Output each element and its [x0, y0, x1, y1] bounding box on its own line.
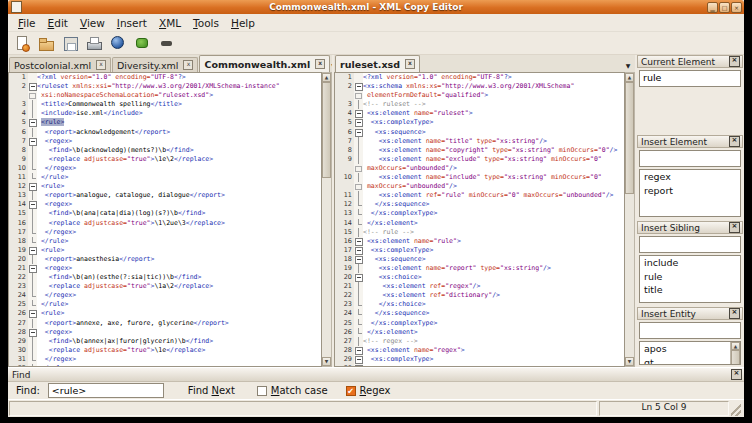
scroll-thumb[interactable]	[322, 82, 331, 178]
code-text: <report>annexe, axe, furore, glycerine</…	[37, 319, 321, 328]
match-case-group: Match case	[257, 385, 328, 396]
list-item-rule[interactable]: rule	[640, 270, 740, 284]
list-scrollbar[interactable]: ▲▼	[730, 342, 740, 364]
scroll-down-icon[interactable]: ▼	[322, 357, 331, 366]
tab-close-icon[interactable]: x	[96, 60, 106, 70]
code-line: 5 <xs:complexType>	[335, 118, 624, 127]
left-vertical-scrollbar[interactable]: ▲ ▼	[322, 72, 332, 367]
line-number: 6	[9, 128, 28, 137]
menu-xml[interactable]: XML	[153, 16, 187, 30]
list-item-title[interactable]: title	[640, 283, 740, 297]
scroll-thumb[interactable]	[731, 350, 740, 365]
menu-insert[interactable]: Insert	[111, 16, 153, 30]
resize-grip[interactable]	[731, 401, 741, 416]
line-number: 26	[9, 309, 28, 318]
web-browser-icon[interactable]	[110, 35, 127, 52]
left-code-area[interactable]: 1<?xml version="1.0" encoding="UTF-8"?>2…	[8, 72, 322, 367]
fold-toggle-icon[interactable]	[354, 118, 363, 127]
list-item-gt[interactable]: gt	[640, 356, 730, 365]
new-document-icon[interactable]	[14, 35, 31, 52]
spelling-icon[interactable]	[158, 35, 175, 52]
find-close-icon[interactable]: ×	[731, 369, 742, 380]
fold-toggle-icon[interactable]	[354, 355, 363, 364]
fold-toggle-icon[interactable]	[354, 346, 363, 355]
menu-tools[interactable]: Tools	[187, 16, 225, 30]
fold-toggle-icon[interactable]	[28, 246, 37, 255]
fold-toggle-icon[interactable]	[28, 309, 37, 318]
validate-icon[interactable]	[134, 35, 151, 52]
tab-close-icon[interactable]: x	[405, 59, 415, 69]
fold-margin	[354, 300, 363, 309]
scroll-track[interactable]	[322, 178, 331, 357]
current-element-field[interactable]: rule	[639, 70, 741, 87]
tab-postcolonial.xml[interactable]: Postcolonial.xmlx	[9, 57, 111, 72]
fold-toggle-icon[interactable]	[354, 109, 363, 118]
right-vertical-scrollbar[interactable]: ▲ ▼	[625, 72, 635, 367]
fold-toggle-icon[interactable]	[354, 273, 363, 282]
insert-entity-field[interactable]	[639, 322, 741, 339]
fold-toggle-icon[interactable]	[28, 264, 37, 273]
code-line: 23 <replace adjustcase="true">\1a\2</rep…	[9, 282, 321, 291]
scroll-up-icon[interactable]: ▲	[731, 342, 740, 350]
fold-toggle-icon[interactable]	[354, 82, 363, 91]
titlebar[interactable]: Commonwealth.xml - XML Copy Editor ▁ □ ×	[8, 0, 744, 14]
print-icon[interactable]	[86, 35, 103, 52]
fold-toggle-icon[interactable]	[28, 328, 37, 337]
fold-toggle-icon[interactable]	[354, 255, 363, 264]
fold-toggle-icon[interactable]	[28, 118, 37, 127]
code-text: <xs:sequence>	[363, 128, 624, 137]
tab-ruleset.xsd[interactable]: ruleset.xsdx	[335, 55, 420, 72]
scroll-up-icon[interactable]: ▲	[322, 73, 331, 82]
line-number: 13	[335, 209, 354, 218]
line-number: 22	[335, 291, 354, 300]
save-icon[interactable]	[62, 35, 79, 52]
list-item-include[interactable]: include	[640, 256, 740, 270]
menu-view[interactable]: View	[74, 16, 111, 30]
match-case-checkbox[interactable]	[257, 386, 267, 396]
tab-commonwealth.xml[interactable]: Commonwealth.xmlx	[199, 55, 330, 72]
list-item-report[interactable]: report	[640, 184, 740, 198]
scroll-track[interactable]	[625, 194, 634, 357]
menu-help[interactable]: Help	[225, 16, 261, 30]
code-line: 1<?xml version="1.0" encoding="UTF-8"?>	[335, 73, 624, 82]
scroll-thumb[interactable]	[625, 82, 634, 194]
find-label: Find:	[16, 385, 40, 396]
list-item-apos[interactable]: apos	[640, 342, 730, 356]
scroll-up-icon[interactable]: ▲	[625, 73, 634, 82]
code-text: </regex>	[37, 228, 321, 237]
minimize-button[interactable]: ▁	[707, 2, 718, 13]
panel-close-icon[interactable]: ×	[729, 136, 740, 147]
list-item-regex[interactable]: regex	[640, 170, 740, 184]
fold-toggle-icon[interactable]	[28, 182, 37, 191]
panel-close-icon[interactable]: ×	[729, 222, 740, 233]
tab-list-dropdown-icon[interactable]: ▼	[621, 62, 635, 72]
fold-toggle-icon[interactable]	[28, 137, 37, 146]
fold-toggle-icon[interactable]	[354, 237, 363, 246]
panel-close-icon[interactable]: ×	[729, 56, 740, 67]
find-input[interactable]	[48, 383, 164, 398]
fold-margin	[28, 273, 37, 282]
tab-diversity.xml[interactable]: Diversity.xmlx	[112, 57, 198, 72]
menu-edit[interactable]: Edit	[42, 16, 74, 30]
open-folder-icon[interactable]	[38, 35, 55, 52]
insert-element-field[interactable]	[639, 150, 741, 167]
code-text: </xs:choice>	[363, 300, 624, 309]
fold-toggle-icon[interactable]	[28, 82, 37, 91]
insert-sibling-field[interactable]	[639, 236, 741, 253]
fold-toggle-icon[interactable]	[354, 246, 363, 255]
menu-file[interactable]: File	[12, 16, 42, 30]
scroll-down-icon[interactable]: ▼	[625, 357, 634, 366]
regex-checkbox[interactable]: ✔	[346, 386, 356, 396]
tab-close-icon[interactable]: x	[315, 59, 325, 69]
fold-toggle-icon[interactable]	[354, 128, 363, 137]
find-next-button[interactable]: Find Next	[184, 385, 239, 396]
tab-close-icon[interactable]: x	[183, 60, 193, 70]
line-number: 1	[9, 73, 28, 82]
panel-close-icon[interactable]: ×	[729, 308, 740, 319]
right-code-area[interactable]: 1<?xml version="1.0" encoding="UTF-8"?>2…	[334, 72, 625, 367]
code-line: 25 </xs:complexType>	[335, 319, 624, 328]
fold-toggle-icon[interactable]	[28, 200, 37, 209]
close-button[interactable]: ×	[731, 2, 742, 13]
maximize-button[interactable]: □	[719, 2, 730, 13]
code-line: 7 <xs:element name="title" type="xs:stri…	[335, 137, 624, 146]
